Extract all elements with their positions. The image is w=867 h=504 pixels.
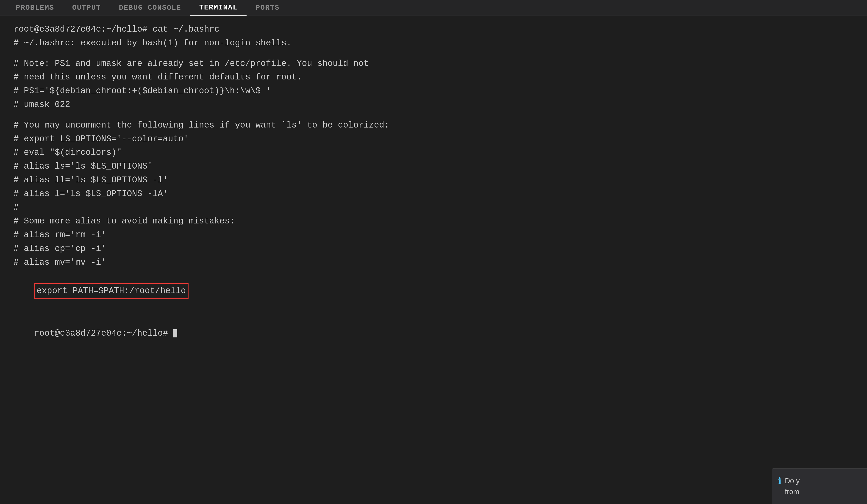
last-prompt-line: root@e3a8d727e04e:~/hello# xyxy=(13,313,854,354)
tab-bar: PROBLEMS OUTPUT DEBUG CONSOLE TERMINAL P… xyxy=(0,0,867,16)
terminal-line-1: root@e3a8d727e04e:~/hello# cat ~/.bashrc xyxy=(13,23,854,36)
last-prompt-text: root@e3a8d727e04e:~/hello# xyxy=(34,329,173,338)
tab-debug-console[interactable]: DEBUG CONSOLE xyxy=(110,0,190,15)
terminal-line-9: # You may uncomment the following lines … xyxy=(13,118,854,132)
terminal-line-14: # alias l='ls $LS_OPTIONS -lA' xyxy=(13,187,854,201)
terminal-line-5: # need this unless you want different de… xyxy=(13,71,854,84)
terminal-line-18: # alias cp='cp -i' xyxy=(13,242,854,256)
blank-line-1 xyxy=(13,50,854,57)
blank-line-2 xyxy=(13,112,854,118)
terminal-line-19: # alias mv='mv -i' xyxy=(13,256,854,269)
tab-terminal[interactable]: TERMINAL xyxy=(190,0,247,15)
terminal-line-10: # export LS_OPTIONS='--color=auto' xyxy=(13,132,854,146)
notification-content: ℹ Do y from xyxy=(778,475,861,497)
terminal-line-17: # alias rm='rm -i' xyxy=(13,228,854,242)
terminal-container[interactable]: root@e3a8d727e04e:~/hello# cat ~/.bashrc… xyxy=(0,16,867,504)
highlighted-export-line: export PATH=$PATH:/root/hello xyxy=(13,269,854,313)
export-path-text: export PATH=$PATH:/root/hello xyxy=(34,283,188,299)
info-icon: ℹ xyxy=(778,476,781,487)
terminal-line-13: # alias ll='ls $LS_OPTIONS -l' xyxy=(13,173,854,187)
terminal-line-7: # umask 022 xyxy=(13,98,854,112)
tab-ports[interactable]: PORTS xyxy=(247,0,289,15)
tab-output[interactable]: OUTPUT xyxy=(63,0,110,15)
notification-panel: ℹ Do y from xyxy=(772,468,867,504)
terminal-line-4: # Note: PS1 and umask are already set in… xyxy=(13,57,854,71)
tab-problems[interactable]: PROBLEMS xyxy=(7,0,63,15)
terminal-line-16: # Some more alias to avoid making mistak… xyxy=(13,214,854,228)
terminal-line-2: # ~/.bashrc: executed by bash(1) for non… xyxy=(13,36,854,50)
notification-line1: Do y xyxy=(785,477,800,485)
terminal-line-12: # alias ls='ls $LS_OPTIONS' xyxy=(13,160,854,173)
terminal-line-6: # PS1='${debian_chroot:+($debian_chroot)… xyxy=(13,84,854,98)
terminal-line-15: # xyxy=(13,201,854,215)
notification-text: Do y from xyxy=(785,475,800,497)
notification-line2: from xyxy=(785,487,799,496)
terminal-cursor xyxy=(173,329,177,337)
terminal-line-11: # eval "$(dircolors)" xyxy=(13,146,854,160)
